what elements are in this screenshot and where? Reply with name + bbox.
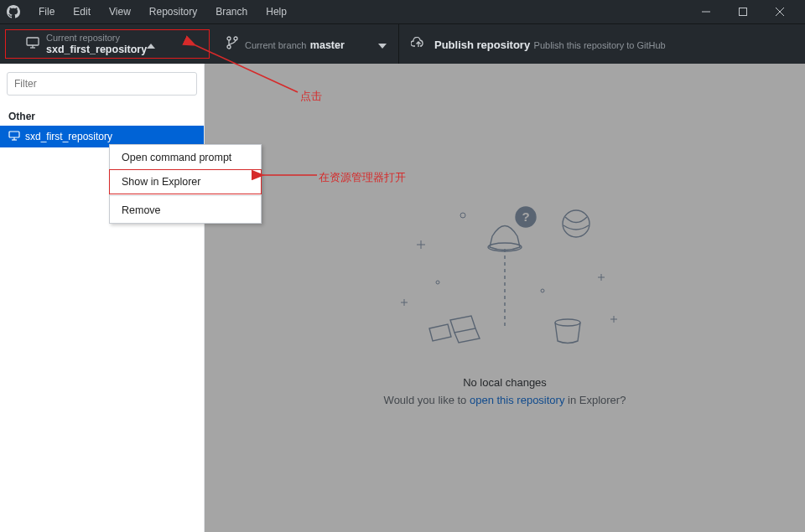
repository-sidebar: Other sxd_first_repository [0,64,205,532]
ctx-open-command-prompt[interactable]: Open command prompt [110,145,261,170]
annotation-click: 点击 [300,89,322,104]
svg-rect-10 [9,132,19,137]
github-logo-icon [7,5,20,18]
chevron-down-icon [378,37,387,52]
repo-dropdown-label: Current repository [46,33,147,44]
publish-sub: Publish this repository to GitHub [534,40,666,50]
svg-line-30 [195,45,298,92]
monitor-icon [26,37,39,52]
current-repository-dropdown[interactable]: Current repository sxd_first_repository [5,29,210,59]
annotation-arrow-2 [258,170,321,180]
menu-help[interactable]: Help [257,3,295,21]
ctx-separator [110,195,261,196]
dim-overlay [205,64,805,532]
menu-file[interactable]: File [30,3,63,21]
title-bar: File Edit View Repository Branch Help [0,0,805,23]
ctx-remove[interactable]: Remove [110,198,261,223]
monitor-icon [8,131,20,143]
repo-dropdown-value: sxd_first_repository [46,44,147,55]
sidebar-repo-name: sxd_first_repository [25,131,112,142]
annotation-open-explorer: 在资源管理器打开 [319,170,406,185]
menu-view[interactable]: View [101,3,139,21]
minimize-button[interactable] [688,0,724,23]
svg-rect-1 [740,8,747,16]
svg-point-7 [227,37,231,40]
branch-dropdown-value: master [310,39,345,51]
menu-edit[interactable]: Edit [65,3,99,21]
publish-title: Publish repository [434,39,530,51]
annotation-arrow-1 [189,40,306,99]
maximize-button[interactable] [724,0,761,23]
publish-repository-button[interactable]: Publish repository Publish this reposito… [399,24,805,64]
menu-bar: File Edit View Repository Branch Help [30,3,295,21]
sidebar-section-other: Other [0,104,204,126]
filter-input[interactable] [7,72,197,96]
svg-point-9 [234,37,237,40]
menu-repository[interactable]: Repository [141,3,205,21]
chevron-up-icon [147,37,155,52]
svg-rect-4 [27,38,39,45]
toolbar: Current repository sxd_first_repository … [0,23,805,64]
main-panel: ? [205,64,805,532]
menu-branch[interactable]: Branch [207,3,256,21]
ctx-show-in-explorer[interactable]: Show in Explorer [109,169,262,194]
close-button[interactable] [761,0,798,23]
context-menu: Open command prompt Show in Explorer Rem… [109,144,262,224]
cloud-upload-icon [411,37,426,52]
